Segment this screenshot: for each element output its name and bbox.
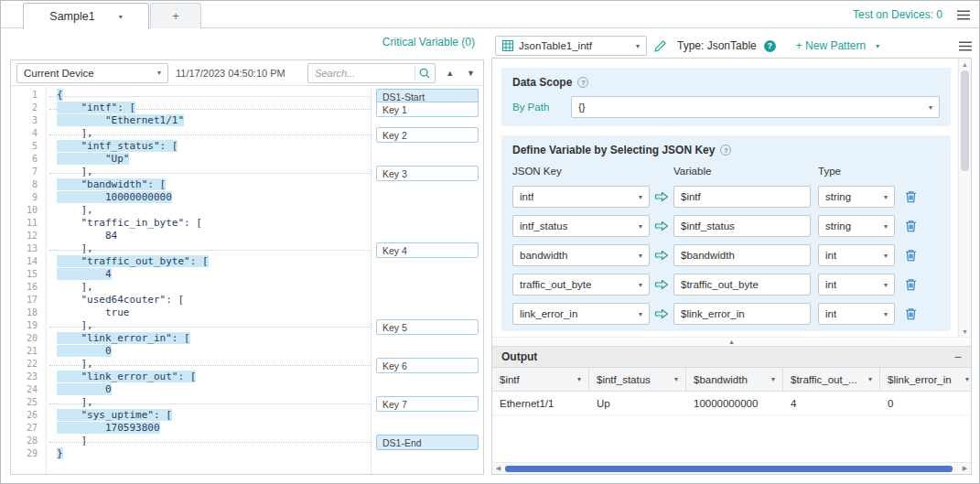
- code-line[interactable]: 16 ],: [11, 281, 483, 294]
- delete-variable-button[interactable]: [902, 307, 919, 320]
- code-line[interactable]: 17 "used64couter": [: [11, 294, 483, 307]
- delete-variable-button[interactable]: [902, 220, 919, 232]
- key-marker[interactable]: Key 3: [376, 166, 479, 181]
- map-arrow-icon: [650, 279, 673, 290]
- type-select[interactable]: string▾: [818, 215, 895, 237]
- output-cell: 0: [880, 392, 971, 415]
- key-marker[interactable]: Key 5: [376, 319, 479, 335]
- code-line[interactable]: 18 true: [11, 307, 483, 319]
- scroll-left-arrow[interactable]: ◀: [492, 463, 504, 474]
- edit-pattern-button[interactable]: [654, 40, 666, 52]
- code-text: "Ethernet1/1": [46, 114, 184, 127]
- line-number: 7: [11, 166, 46, 178]
- code-text: "link_error_in": [: [46, 332, 190, 345]
- collapse-output-button[interactable]: −: [954, 350, 962, 363]
- new-pattern-button[interactable]: + New Pattern ▾: [796, 39, 879, 52]
- chevron-down-icon: ▾: [639, 310, 642, 318]
- variable-input[interactable]: [673, 215, 811, 237]
- output-column-header[interactable]: $traffic_out_...▾: [783, 368, 880, 392]
- scrollbar-thumb[interactable]: [505, 466, 953, 472]
- scroll-down-arrow[interactable]: ▼: [959, 326, 971, 337]
- code-text: ],: [46, 358, 93, 371]
- chevron-down-icon: ▾: [639, 281, 642, 289]
- top-tab-bar: Sample1 ▾ + Test on Devices: 0: [1, 1, 979, 28]
- type-select[interactable]: string▾: [818, 186, 895, 208]
- delete-variable-button[interactable]: [902, 190, 919, 203]
- output-column-header[interactable]: $bandwidth▾: [686, 368, 783, 392]
- line-number: 27: [11, 422, 46, 435]
- info-icon[interactable]: ?: [577, 77, 588, 88]
- output-column-header[interactable]: $link_error_in▾: [880, 368, 971, 392]
- tab-sample1[interactable]: Sample1 ▾: [23, 3, 149, 29]
- variable-input[interactable]: [673, 303, 811, 325]
- search-next-button[interactable]: ▼: [464, 69, 478, 78]
- type-select[interactable]: int▾: [818, 303, 895, 325]
- global-menu-button[interactable]: [957, 10, 970, 20]
- search-input[interactable]: [315, 68, 411, 79]
- code-line[interactable]: 10 ],: [11, 204, 483, 217]
- json-key-select[interactable]: intf_status▾: [512, 215, 650, 237]
- search-prev-button[interactable]: ▲: [443, 69, 457, 78]
- line-number: 2: [11, 102, 46, 114]
- code-text: 0: [46, 345, 112, 358]
- variable-input[interactable]: [673, 274, 811, 296]
- map-arrow-icon: [654, 250, 669, 261]
- chevron-down-icon: ▾: [876, 42, 879, 50]
- code-line[interactable]: 24 0: [11, 383, 483, 396]
- code-text: "sys_uptime": [: [46, 409, 172, 422]
- data-section-marker[interactable]: DS1-End: [376, 435, 479, 450]
- critical-variable-link[interactable]: Critical Variable (0): [382, 36, 475, 48]
- info-icon[interactable]: ?: [720, 145, 731, 156]
- scroll-up-arrow[interactable]: ▲: [959, 59, 971, 70]
- map-arrow-icon: [654, 308, 669, 319]
- map-arrow-icon: [650, 220, 673, 231]
- variable-input[interactable]: [673, 244, 811, 266]
- key-marker[interactable]: Key 7: [376, 396, 479, 412]
- map-arrow-icon: [650, 250, 673, 261]
- code-line[interactable]: 9 10000000000: [11, 191, 483, 204]
- output-resize-handle[interactable]: ▲: [492, 337, 971, 346]
- pattern-menu-button[interactable]: [959, 41, 972, 51]
- scrollbar-thumb[interactable]: [961, 70, 969, 171]
- search-icon[interactable]: [419, 68, 430, 79]
- delete-variable-button[interactable]: [902, 278, 919, 291]
- json-code-editor[interactable]: 1{2 "intf": [3 "Ethernet1/1"4 ],5 "intf_…: [11, 86, 483, 474]
- pattern-type-label: Type: JsonTable: [677, 39, 757, 52]
- pattern-selector[interactable]: JsonTable1_intf ▾: [495, 36, 647, 56]
- test-on-devices-link[interactable]: Test on Devices: 0: [853, 8, 942, 21]
- json-key-select[interactable]: bandwidth▾: [512, 244, 650, 266]
- line-number: 4: [11, 127, 46, 140]
- help-icon[interactable]: ?: [764, 40, 776, 52]
- code-line[interactable]: 12 84: [11, 230, 483, 242]
- output-column-header[interactable]: $intf_status▾: [589, 368, 686, 392]
- line-number: 5: [11, 140, 46, 153]
- chevron-down-icon: ▾: [577, 375, 581, 383]
- key-marker[interactable]: Key 6: [376, 358, 479, 373]
- delete-variable-button[interactable]: [902, 249, 919, 262]
- device-selector[interactable]: Current Device ▾: [16, 63, 168, 83]
- chevron-down-icon: ▾: [639, 222, 642, 231]
- path-selector[interactable]: {} ▾: [571, 96, 940, 118]
- json-key-select[interactable]: traffic_out_byte▾: [512, 274, 650, 296]
- key-marker[interactable]: Key 1: [376, 102, 479, 117]
- code-text: ],: [46, 396, 93, 409]
- type-select[interactable]: int▾: [818, 274, 895, 296]
- code-line[interactable]: 15 4: [11, 268, 483, 281]
- key-marker[interactable]: Key 2: [376, 127, 479, 143]
- json-key-select[interactable]: link_error_in▾: [512, 303, 650, 325]
- pattern-config-panel: Data Scope ? By Path {} ▾ Define Variabl…: [491, 58, 972, 475]
- tab-label: Sample1: [49, 10, 94, 23]
- variable-input[interactable]: [673, 186, 811, 208]
- scroll-right-arrow[interactable]: ▶: [959, 463, 971, 474]
- code-line[interactable]: 6 "Up": [11, 153, 483, 166]
- column-header-type: Type: [818, 166, 841, 177]
- code-line[interactable]: 27 170593800: [11, 422, 483, 435]
- chevron-down-icon: ▾: [965, 375, 969, 383]
- add-tab-button[interactable]: +: [150, 3, 201, 28]
- output-column-header[interactable]: $intf▾: [492, 368, 589, 392]
- key-marker[interactable]: Key 4: [376, 242, 479, 258]
- code-line[interactable]: 21 0: [11, 345, 483, 358]
- type-select[interactable]: int▾: [818, 244, 895, 266]
- code-line[interactable]: 11 "traffic_in_byte": [: [11, 217, 483, 230]
- json-key-select[interactable]: intf▾: [512, 186, 650, 208]
